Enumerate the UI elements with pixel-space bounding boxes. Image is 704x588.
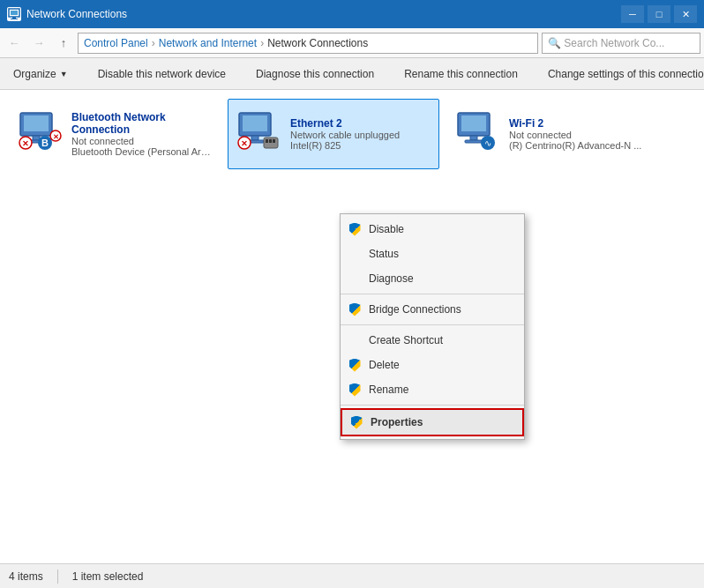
app-icon bbox=[7, 7, 21, 21]
svg-rect-5 bbox=[24, 115, 49, 131]
shield-icon-properties bbox=[349, 415, 363, 429]
svg-rect-6 bbox=[33, 136, 40, 140]
organize-button[interactable]: Organize ▼ bbox=[4, 61, 78, 87]
svg-rect-2 bbox=[12, 17, 16, 19]
address-bar: ← → ↑ Control Panel › Network and Intern… bbox=[0, 28, 704, 58]
svg-rect-16 bbox=[251, 136, 258, 140]
status-separator bbox=[57, 569, 58, 584]
ethernet-computer-icon: ✕ bbox=[236, 111, 281, 150]
breadcrumb-network-internet[interactable]: Network and Internet bbox=[159, 37, 257, 49]
bluetooth-computer-icon: ✕ B ✕ bbox=[17, 111, 63, 150]
ethernet-status: Network cable unplugged bbox=[290, 130, 431, 140]
diagnose-button[interactable]: Diagnose this connection bbox=[246, 61, 384, 87]
shield-icon-bridge bbox=[348, 302, 362, 316]
svg-text:✕: ✕ bbox=[22, 139, 29, 148]
bluetooth-name: Bluetooth Network Connection bbox=[71, 111, 213, 136]
ctx-diagnose-label: Diagnose bbox=[369, 272, 414, 285]
ethernet-info: Ethernet 2 Network cable unplugged Intel… bbox=[290, 117, 431, 151]
ctx-disable[interactable]: Disable bbox=[341, 217, 524, 242]
breadcrumb: Control Panel › Network and Internet › N… bbox=[78, 33, 538, 54]
wifi-status: Not connected bbox=[509, 130, 650, 140]
toolbar: Organize ▼ Disable this network device D… bbox=[0, 58, 704, 90]
svg-rect-25 bbox=[461, 115, 486, 131]
ctx-rename[interactable]: Rename bbox=[341, 377, 524, 402]
window-controls: ─ □ ✕ bbox=[621, 5, 697, 23]
ctx-status-spacer bbox=[348, 247, 362, 261]
ctx-diagnose-spacer bbox=[348, 272, 362, 286]
close-button[interactable]: ✕ bbox=[674, 5, 697, 23]
network-item-bluetooth[interactable]: ✕ B ✕ Bluetooth Network Connection Not c… bbox=[9, 99, 221, 169]
svg-rect-1 bbox=[11, 11, 18, 15]
svg-text:✕: ✕ bbox=[241, 139, 248, 148]
svg-text:∿: ∿ bbox=[484, 138, 491, 148]
wifi-adapter: (R) Centrino(R) Advanced-N ... bbox=[509, 140, 650, 151]
ethernet-icon-wrapper: ✕ bbox=[236, 111, 281, 157]
wifi-info: Wi-Fi 2 Not connected (R) Centrino(R) Ad… bbox=[509, 117, 650, 151]
ctx-disable-label: Disable bbox=[369, 223, 404, 235]
item-count: 4 items bbox=[9, 570, 43, 583]
back-button[interactable]: ← bbox=[4, 33, 25, 54]
svg-rect-27 bbox=[465, 140, 483, 143]
svg-text:✕: ✕ bbox=[53, 133, 59, 141]
context-menu: Disable Status Diagnose Bridge Connectio… bbox=[340, 213, 525, 440]
organize-dropdown-arrow: ▼ bbox=[60, 70, 68, 78]
search-box[interactable]: 🔍 Search Network Co... bbox=[542, 33, 700, 54]
shield-icon-delete bbox=[348, 358, 362, 372]
svg-rect-23 bbox=[273, 139, 275, 143]
breadcrumb-control-panel[interactable]: Control Panel bbox=[84, 37, 148, 49]
window-title: Network Connections bbox=[26, 8, 127, 20]
ctx-diagnose[interactable]: Diagnose bbox=[341, 266, 524, 291]
forward-button[interactable]: → bbox=[28, 33, 49, 54]
wifi-computer-icon: ∿ bbox=[454, 111, 500, 150]
bluetooth-status: Not connected bbox=[71, 136, 213, 146]
network-item-wifi[interactable]: ∿ Wi-Fi 2 Not connected (R) Centrino(R) … bbox=[446, 99, 658, 169]
rename-button[interactable]: Rename this connection bbox=[394, 61, 528, 87]
ctx-separator-2 bbox=[341, 324, 524, 325]
svg-rect-26 bbox=[470, 136, 477, 140]
ctx-properties-label: Properties bbox=[371, 416, 423, 428]
ethernet-adapter: Intel(R) 825 bbox=[290, 140, 431, 151]
svg-rect-15 bbox=[243, 115, 267, 131]
network-items-list: ✕ B ✕ Bluetooth Network Connection Not c… bbox=[0, 90, 704, 178]
breadcrumb-network-connections: Network Connections bbox=[267, 37, 368, 49]
status-bar: 4 items 1 item selected bbox=[0, 563, 704, 588]
ethernet-name: Ethernet 2 bbox=[290, 117, 431, 130]
svg-rect-3 bbox=[11, 19, 18, 19]
ctx-status[interactable]: Status bbox=[341, 242, 524, 266]
ctx-delete[interactable]: Delete bbox=[341, 353, 524, 377]
wifi-icon-wrapper: ∿ bbox=[454, 111, 500, 157]
change-settings-button[interactable]: Change settings of this connection bbox=[538, 61, 704, 87]
bluetooth-icon-wrapper: ✕ B ✕ bbox=[17, 111, 63, 157]
svg-text:B: B bbox=[41, 138, 49, 148]
shield-icon-disable bbox=[348, 222, 362, 236]
ctx-create-shortcut-label: Create Shortcut bbox=[369, 334, 443, 346]
bluetooth-adapter: Bluetooth Device (Personal Area ... bbox=[71, 146, 213, 157]
up-button[interactable]: ↑ bbox=[53, 33, 74, 54]
ctx-shortcut-spacer bbox=[348, 333, 362, 347]
ctx-status-label: Status bbox=[369, 248, 399, 260]
search-placeholder: 🔍 Search Network Co... bbox=[548, 37, 664, 49]
shield-icon-rename bbox=[348, 383, 362, 397]
selected-count: 1 item selected bbox=[72, 570, 144, 583]
ctx-separator-1 bbox=[341, 294, 524, 294]
ctx-separator-3 bbox=[341, 405, 524, 406]
wifi-name: Wi-Fi 2 bbox=[509, 117, 650, 130]
ctx-bridge-label: Bridge Connections bbox=[369, 303, 461, 316]
title-bar: Network Connections ─ □ ✕ bbox=[0, 0, 704, 28]
ctx-delete-label: Delete bbox=[369, 359, 400, 371]
ctx-create-shortcut[interactable]: Create Shortcut bbox=[341, 328, 524, 353]
minimize-button[interactable]: ─ bbox=[621, 5, 644, 23]
bluetooth-info: Bluetooth Network Connection Not connect… bbox=[71, 111, 213, 157]
ctx-rename-label: Rename bbox=[369, 383, 408, 396]
content-area: ✕ B ✕ Bluetooth Network Connection Not c… bbox=[0, 90, 704, 563]
maximize-button[interactable]: □ bbox=[648, 5, 670, 23]
disable-button[interactable]: Disable this network device bbox=[88, 61, 236, 87]
svg-rect-21 bbox=[266, 139, 268, 143]
ctx-properties[interactable]: Properties bbox=[341, 408, 524, 436]
network-item-ethernet[interactable]: ✕ Ethernet 2 Network cable unplugged Int… bbox=[228, 99, 439, 169]
ctx-bridge[interactable]: Bridge Connections bbox=[341, 297, 524, 322]
svg-rect-22 bbox=[269, 139, 272, 143]
